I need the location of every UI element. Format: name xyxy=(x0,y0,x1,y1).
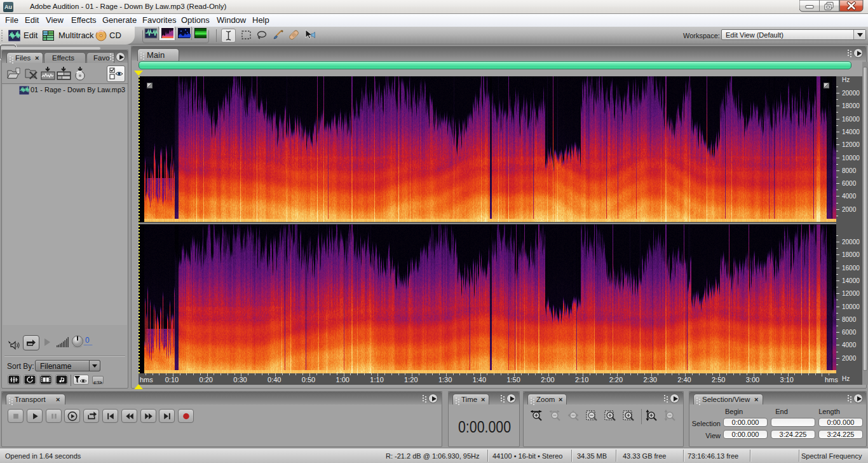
svg-text:c:\>: c:\> xyxy=(93,380,102,385)
